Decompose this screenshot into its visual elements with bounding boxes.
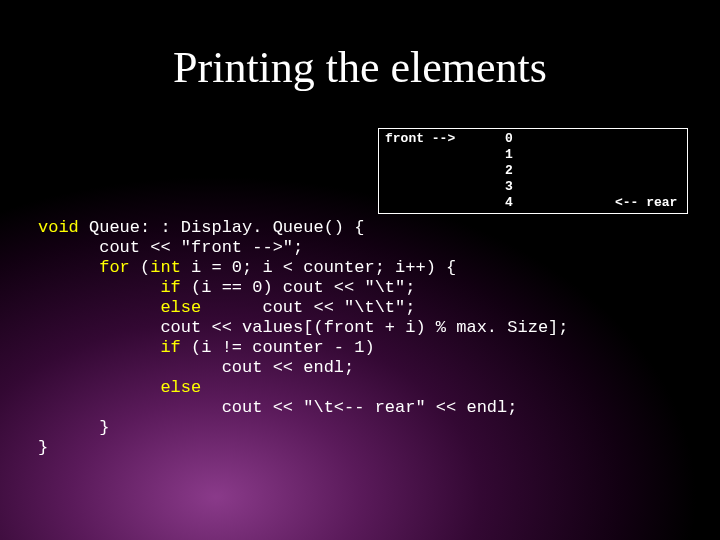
keyword-int: int (150, 258, 181, 277)
demo-value: 0 (505, 131, 615, 147)
code-line: if (i != counter - 1) (38, 338, 375, 357)
demo-value: 2 (505, 163, 615, 179)
keyword-if: if (160, 338, 180, 357)
demo-value: 4 (505, 195, 615, 211)
code-line: } (38, 438, 48, 457)
code-line: else cout << "\t\t"; (38, 298, 415, 317)
slide-header: Stack and Queue / Slide 32 (4, 4, 138, 16)
code-text: (i == 0) cout << "\t"; (181, 278, 416, 297)
code-line: cout << "\t<-- rear" << endl; (38, 398, 517, 417)
code-text: i = 0; i < counter; i++) { (181, 258, 456, 277)
demo-rear-label (615, 147, 685, 163)
code-line: } (38, 418, 109, 437)
demo-front-label (379, 179, 505, 195)
output-demo-box: front --> 0 1 2 3 4 <-- rear (378, 128, 688, 214)
slide: Stack and Queue / Slide 32 Printing the … (0, 0, 720, 540)
demo-row: 2 (379, 163, 687, 179)
code-line: cout << "front -->"; (38, 238, 303, 257)
demo-rear-label (615, 131, 685, 147)
code-block: void Queue: : Display. Queue() { cout <<… (38, 218, 569, 458)
demo-front-label: front --> (379, 131, 505, 147)
code-line: void Queue: : Display. Queue() { (38, 218, 364, 237)
demo-row: 4 <-- rear (379, 195, 687, 211)
demo-rear-label (615, 163, 685, 179)
code-text (38, 258, 99, 277)
code-text (38, 338, 160, 357)
keyword-else: else (160, 298, 201, 317)
slide-title: Printing the elements (0, 42, 720, 93)
demo-front-label (379, 163, 505, 179)
code-text (38, 278, 160, 297)
demo-rear-label (615, 179, 685, 195)
keyword-if: if (160, 278, 180, 297)
demo-rear-label: <-- rear (615, 195, 685, 211)
demo-row: front --> 0 (379, 131, 687, 147)
code-text: (i != counter - 1) (181, 338, 375, 357)
code-text (38, 378, 160, 397)
code-line: else (38, 378, 201, 397)
code-line: for (int i = 0; i < counter; i++) { (38, 258, 456, 277)
demo-value: 1 (505, 147, 615, 163)
demo-value: 3 (505, 179, 615, 195)
keyword-else: else (160, 378, 201, 397)
demo-front-label (379, 147, 505, 163)
demo-front-label (379, 195, 505, 211)
code-text: Queue: : Display. Queue() { (79, 218, 365, 237)
keyword-void: void (38, 218, 79, 237)
code-text: ( (130, 258, 150, 277)
demo-row: 1 (379, 147, 687, 163)
code-line: cout << endl; (38, 358, 354, 377)
code-text (38, 298, 160, 317)
header-rule (4, 20, 716, 21)
demo-row: 3 (379, 179, 687, 195)
code-line: if (i == 0) cout << "\t"; (38, 278, 415, 297)
code-text: cout << "\t\t"; (201, 298, 415, 317)
keyword-for: for (99, 258, 130, 277)
code-line: cout << values[(front + i) % max. Size]; (38, 318, 569, 337)
